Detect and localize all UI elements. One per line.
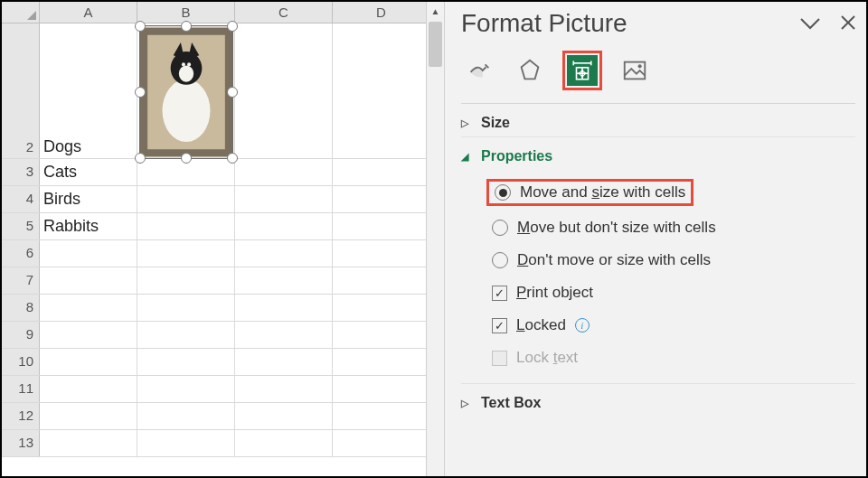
cell[interactable]: Cats	[40, 159, 137, 185]
cell[interactable]	[235, 186, 333, 212]
vertical-scrollbar[interactable]: ▲	[426, 2, 444, 476]
cell[interactable]	[235, 349, 333, 375]
row-header[interactable]: 13	[2, 430, 40, 456]
cell[interactable]	[40, 267, 137, 294]
table-row: 12	[2, 403, 444, 430]
cell[interactable]	[333, 349, 430, 375]
checkbox-icon: ✓	[492, 318, 507, 333]
cell[interactable]	[137, 213, 235, 239]
column-header[interactable]: D	[333, 2, 430, 23]
cell[interactable]	[333, 159, 430, 185]
cell[interactable]	[235, 295, 333, 321]
cell[interactable]: Dogs	[40, 23, 137, 158]
cell[interactable]	[333, 213, 430, 239]
cell[interactable]	[40, 240, 137, 267]
info-icon[interactable]: i	[575, 318, 590, 333]
cell[interactable]	[235, 376, 333, 402]
cell[interactable]	[40, 403, 137, 429]
cell[interactable]	[235, 159, 333, 185]
row-header[interactable]: 4	[2, 186, 40, 212]
cell[interactable]	[235, 403, 333, 429]
cell[interactable]	[333, 23, 430, 158]
cell[interactable]	[235, 322, 333, 348]
chevron-right-icon: ▷	[461, 398, 472, 409]
cell[interactable]	[40, 376, 137, 402]
cell[interactable]	[137, 295, 235, 321]
cell[interactable]	[137, 376, 235, 402]
cell[interactable]	[40, 322, 137, 348]
row-header[interactable]: 2	[2, 23, 40, 158]
section-toggle-size[interactable]: ▷ Size	[461, 115, 855, 131]
row-header[interactable]: 9	[2, 322, 40, 348]
tab-size-properties[interactable]	[562, 51, 602, 90]
checkbox-icon: ✓	[492, 286, 507, 301]
cell[interactable]	[235, 23, 333, 158]
cell[interactable]	[137, 403, 235, 429]
resize-handle[interactable]	[227, 87, 238, 98]
cell[interactable]	[333, 267, 430, 294]
collapse-pane-icon[interactable]	[799, 14, 821, 34]
option-label: Move but don't size with cells	[517, 219, 716, 237]
embedded-picture[interactable]	[139, 25, 233, 159]
row-header[interactable]: 5	[2, 213, 40, 239]
tab-fill-line[interactable]	[461, 52, 497, 89]
row-header[interactable]: 8	[2, 295, 40, 321]
radio-dont-move[interactable]: Don't move or size with cells	[492, 244, 855, 276]
column-header[interactable]: B	[137, 2, 235, 23]
checkbox-print-object[interactable]: ✓ Print object	[492, 276, 855, 309]
column-header[interactable]: C	[235, 2, 333, 23]
cell[interactable]	[333, 403, 430, 429]
scroll-up-icon[interactable]: ▲	[427, 2, 444, 20]
resize-handle[interactable]	[227, 153, 238, 164]
cell[interactable]	[137, 267, 235, 294]
cell[interactable]: Rabbits	[40, 213, 137, 239]
cell[interactable]	[40, 349, 137, 375]
section-label: Properties	[481, 148, 552, 164]
row-header[interactable]: 11	[2, 376, 40, 402]
cell[interactable]	[137, 186, 235, 212]
cell[interactable]	[333, 186, 430, 212]
table-row: 10	[2, 349, 444, 376]
checkbox-locked[interactable]: ✓ Locked i	[492, 309, 855, 342]
cell[interactable]	[235, 213, 333, 239]
cell[interactable]	[235, 430, 333, 456]
resize-handle[interactable]	[135, 153, 146, 164]
pane-tab-row	[461, 51, 855, 104]
cell[interactable]	[235, 267, 333, 294]
resize-handle[interactable]	[135, 21, 146, 32]
cell[interactable]	[40, 295, 137, 321]
row-header[interactable]: 12	[2, 403, 40, 429]
radio-move-and-size[interactable]: Move and size with cells	[492, 173, 855, 211]
cell[interactable]	[40, 430, 137, 456]
select-all-corner[interactable]	[2, 2, 40, 23]
section-toggle-properties[interactable]: ◢ Properties	[461, 148, 855, 164]
tab-picture[interactable]	[617, 52, 653, 89]
column-header[interactable]: A	[40, 2, 137, 23]
radio-move-no-size[interactable]: Move but don't size with cells	[492, 211, 855, 244]
resize-handle[interactable]	[135, 87, 146, 98]
row-header[interactable]: 3	[2, 159, 40, 185]
row-header[interactable]: 6	[2, 240, 40, 267]
resize-handle[interactable]	[227, 21, 238, 32]
cell[interactable]	[137, 240, 235, 267]
svg-point-2	[162, 80, 210, 142]
svg-marker-20	[578, 71, 580, 76]
cell[interactable]	[333, 295, 430, 321]
cell[interactable]	[137, 322, 235, 348]
cell[interactable]: Birds	[40, 186, 137, 212]
row-header[interactable]: 10	[2, 349, 40, 375]
cell[interactable]	[137, 430, 235, 456]
row-header[interactable]: 7	[2, 267, 40, 294]
cell[interactable]	[333, 430, 430, 456]
resize-handle[interactable]	[181, 21, 192, 32]
cell[interactable]	[333, 322, 430, 348]
section-toggle-textbox[interactable]: ▷ Text Box	[461, 395, 855, 411]
cell[interactable]	[235, 240, 333, 267]
tab-effects[interactable]	[512, 52, 548, 89]
cell[interactable]	[333, 240, 430, 267]
cell[interactable]	[333, 376, 430, 402]
resize-handle[interactable]	[181, 153, 192, 164]
cell[interactable]	[137, 349, 235, 375]
close-pane-icon[interactable]	[841, 14, 855, 34]
scroll-thumb[interactable]	[429, 22, 442, 67]
